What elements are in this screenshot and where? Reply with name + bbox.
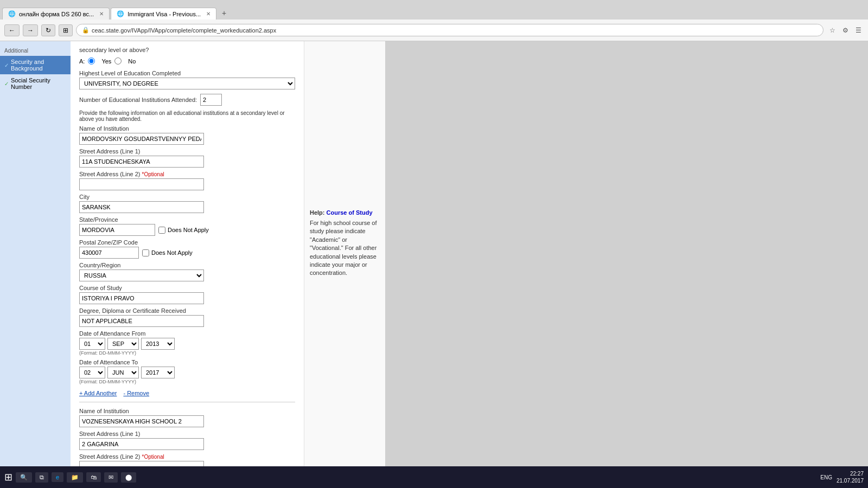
help-keyword: Course of Study	[327, 209, 373, 216]
inst2-name-input[interactable]	[79, 415, 204, 427]
inst1-course-input[interactable]	[79, 292, 204, 304]
inst1-city-input[interactable]	[79, 201, 204, 213]
taskbar-search[interactable]: 🔍	[16, 472, 32, 483]
nav-icons: ☆ ⚙ ☰	[827, 25, 864, 36]
taskbar-app[interactable]: ⬤	[121, 472, 136, 483]
tab-1-close[interactable]: ✕	[99, 11, 104, 17]
tab-1-label: онлайн форма DS 260 вс...	[19, 11, 94, 17]
inst1-to-label: Date of Attendance To	[79, 359, 295, 365]
num-institutions-label: Number of Educational Institutions Atten…	[79, 97, 197, 103]
inst1-street1-input[interactable]	[79, 156, 204, 168]
no-label: No	[128, 58, 136, 65]
back-button[interactable]: ←	[4, 24, 20, 36]
sidebar-additional-label: Additional	[0, 46, 71, 56]
inst1-to-format: (Format: DD-MMM-YYYY)	[79, 379, 295, 384]
content-area: Additional ✓ Security and Background ✓ S…	[0, 41, 868, 466]
sidebar-security-label: Security and Background	[11, 59, 66, 72]
inst1-from-date: 01 02030405 JANFEBMARAPR MAYJUNJULAUG SE…	[79, 338, 295, 350]
inst1-to-year[interactable]: 201320142015 20162017	[141, 367, 175, 378]
inst1-to-month[interactable]: JANFEBMARAPR MAYJUNJULAUG SEPOCTNOVDEC	[107, 367, 139, 378]
inst1-from-month[interactable]: JANFEBMARAPR MAYJUNJULAUG SEPOCTNOVDEC	[107, 338, 139, 350]
settings-icon[interactable]: ⚙	[840, 25, 851, 36]
remove-button[interactable]: - Remove	[123, 390, 149, 396]
inst1-name-label: Name of Institution	[79, 125, 295, 132]
sidebar: Additional ✓ Security and Background ✓ S…	[0, 41, 71, 466]
inst1-country-select[interactable]: RUSSIA UNITED STATES UKRAINE	[79, 269, 204, 281]
inst1-postal-dna[interactable]: Does Not Apply	[142, 249, 193, 256]
inst1-to-day[interactable]: 01 0203	[79, 367, 105, 378]
answer-label: A:	[79, 58, 85, 65]
taskbar-right: ENG 22:27 21.07.2017	[820, 470, 864, 484]
inst1-to-date: 01 0203 JANFEBMARAPR MAYJUNJULAUG SEPOCT…	[79, 367, 295, 378]
inst1-degree-input[interactable]	[79, 315, 204, 327]
inst1-country-label: Country/Region	[79, 262, 295, 268]
taskbar-task-view[interactable]: ⧉	[35, 472, 48, 483]
inst1-state-dna[interactable]: Does Not Apply	[158, 227, 209, 234]
inst1-postal-dna-checkbox[interactable]	[142, 249, 149, 256]
inst1-from-label: Date of Attendance From	[79, 330, 295, 337]
address-bar[interactable]: 🔒 ceac.state.gov/IVApp/IVApp/complete/co…	[76, 24, 824, 36]
inst1-state-dna-checkbox[interactable]	[158, 227, 165, 234]
no-radio[interactable]	[114, 57, 122, 65]
education-level-label: Highest Level of Education Completed	[79, 70, 295, 76]
inst1-state-input[interactable]	[79, 224, 155, 236]
taskbar-ie[interactable]: e	[52, 472, 63, 482]
star-icon[interactable]: ☆	[827, 25, 838, 36]
answer-row: A: Yes No	[79, 55, 295, 67]
refresh-button[interactable]: ↻	[41, 24, 55, 36]
address-text: ceac.state.gov/IVApp/IVApp/complete/comp…	[92, 27, 818, 34]
yes-option[interactable]: Yes	[88, 57, 111, 65]
instructions-text: Provide the following information on all…	[79, 110, 295, 122]
new-tab-button[interactable]: +	[218, 7, 231, 20]
education-level-select[interactable]: UNIVERSITY, NO DEGREE HIGH SCHOOL SOME U…	[79, 78, 295, 89]
yes-radio[interactable]	[88, 57, 95, 65]
home-button[interactable]: ⊞	[59, 24, 73, 36]
inst1-degree-label: Degree, Diploma or Certificate Received	[79, 307, 295, 314]
inst1-state-label: State/Province	[79, 216, 295, 223]
no-option[interactable]: No	[114, 57, 136, 65]
inst1-from-format: (Format: DD-MMM-YYYY)	[79, 350, 295, 356]
institution-2: Name of Institution Street Address (Line…	[79, 408, 295, 466]
menu-icon[interactable]: ☰	[853, 25, 864, 36]
sidebar-item-ssn[interactable]: ✓ Social Security Number	[0, 74, 71, 93]
tab-2-label: Immigrant Visa - Previous...	[127, 11, 201, 17]
inst1-postal-input[interactable]	[79, 247, 139, 259]
inst1-postal-label: Postal Zone/ZIP Code	[79, 239, 295, 246]
start-button[interactable]: ⊞	[4, 471, 12, 483]
tab-2-close[interactable]: ✕	[206, 11, 210, 17]
sidebar-item-security[interactable]: ✓ Security and Background	[0, 56, 71, 74]
taskbar-store[interactable]: 🛍	[86, 472, 101, 482]
inst1-from-day[interactable]: 01 02030405	[79, 338, 105, 350]
tab-2-icon: 🌐	[117, 10, 124, 17]
tab-bar: 🌐 онлайн форма DS 260 вс... ✕ 🌐 Immigran…	[0, 0, 868, 20]
yes-label: Yes	[101, 58, 111, 65]
inst2-street1-input[interactable]	[79, 438, 204, 450]
inst1-city-label: City	[79, 194, 295, 200]
forward-button[interactable]: →	[23, 24, 38, 36]
num-institutions-input[interactable]	[200, 94, 222, 106]
tab-1-icon: 🌐	[8, 10, 16, 17]
inst1-street2-input[interactable]	[79, 178, 204, 190]
taskbar-explorer[interactable]: 📁	[67, 472, 83, 483]
check-icon-security: ✓	[4, 62, 9, 68]
inst1-postal-dna-label: Does Not Apply	[151, 249, 193, 256]
taskbar-mail[interactable]: ✉	[104, 472, 118, 483]
inst2-street2-input[interactable]	[79, 461, 204, 466]
inst2-street2-label: Street Address (Line 2) *Optional	[79, 453, 295, 460]
taskbar-lang: ENG	[820, 474, 832, 480]
add-another-button[interactable]: + Add Another	[79, 390, 117, 396]
right-gray-area	[385, 41, 868, 466]
inst1-state-row: Does Not Apply	[79, 224, 295, 236]
taskbar-clock: 22:27 21.07.2017	[837, 470, 864, 484]
inst1-from-year[interactable]: 201320142015 20162017	[141, 338, 175, 350]
inst1-name-input[interactable]	[79, 133, 204, 145]
help-title: Help: Course of Study	[310, 209, 380, 216]
lock-icon: 🔒	[82, 27, 90, 34]
inst1-course-label: Course of Study	[79, 285, 295, 291]
nav-bar: ← → ↻ ⊞ 🔒 ceac.state.gov/IVApp/IVApp/com…	[0, 20, 868, 41]
tab-1[interactable]: 🌐 онлайн форма DS 260 вс... ✕	[2, 8, 110, 20]
taskbar: ⊞ 🔍 ⧉ e 📁 🛍 ✉ ⬤ ENG 22:27 21.07.2017	[0, 466, 868, 488]
institution-1: Name of Institution document.currentScri…	[79, 125, 295, 396]
inst1-postal-row: Does Not Apply	[79, 247, 295, 259]
tab-2[interactable]: 🌐 Immigrant Visa - Previous... ✕	[111, 8, 216, 20]
